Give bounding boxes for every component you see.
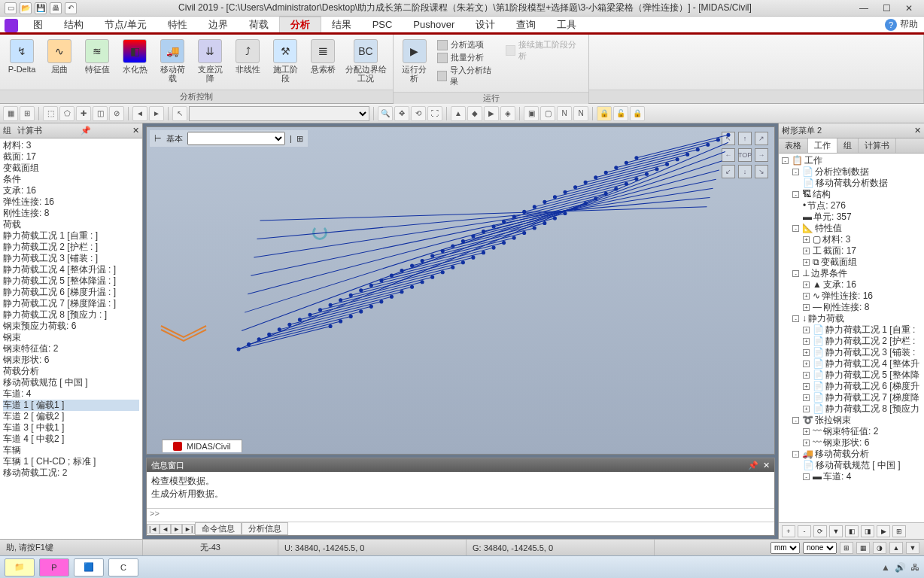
tool-lock1-icon[interactable]: 🔒 [597,106,612,121]
left-tree-item[interactable]: 静力荷载工况 6 [梯度升温 : ] [3,287,139,298]
tool-pointer-icon[interactable]: ↖ [172,106,187,121]
tool-pan-icon[interactable]: ✥ [394,106,409,121]
tool-view-side-icon[interactable]: ▶ [484,106,499,121]
left-tree-item[interactable]: 荷载 [3,219,139,230]
tool-lock2-icon[interactable]: 🔓 [613,106,628,121]
qat-new-icon[interactable]: ▭ [5,2,17,14]
tool-label-n-icon[interactable]: N [557,106,572,121]
tool-view-top-icon[interactable]: ▲ [451,106,466,121]
rtree-btn5-icon[interactable]: ◧ [845,525,859,537]
menu-load[interactable]: 荷载 [239,17,279,32]
left-tab-calc[interactable]: 计算书 [17,125,42,136]
right-tree[interactable]: -📋 工作 -📄 分析控制数据 📄 移动荷载分析数据 -🏗 结构 • 节点: 2… [779,154,924,522]
tool-select-poly-icon[interactable]: ⬠ [59,106,74,121]
ribbon-construction[interactable]: ⚒施工阶段 [268,38,302,84]
qat-undo-icon[interactable]: ↶ [65,2,77,14]
tool-rotate-icon[interactable]: ⟲ [411,106,426,121]
left-tree-item[interactable]: 钢束形状: 6 [3,354,139,366]
tool-select-icon[interactable]: ⬚ [43,106,58,121]
left-tree-item[interactable]: 静力荷载工况 3 [铺装 : ] [3,253,139,264]
right-close-icon[interactable]: ✕ [914,126,921,135]
tool-deselect-icon[interactable]: ⊘ [109,106,124,121]
tool-snap-icon[interactable]: ⊞ [20,106,35,121]
ribbon-run-analysis[interactable]: ▶运行分析 [398,38,431,84]
rtree-btn6-icon[interactable]: ◨ [861,525,874,537]
right-tab-work[interactable]: 工作 [808,138,837,153]
menu-structure[interactable]: 结构 [53,17,94,32]
left-tree-item[interactable]: 变截面组 [3,163,139,174]
tray-arrow-icon[interactable]: ▲ [881,562,890,573]
right-tab-table[interactable]: 表格 [779,138,808,153]
left-tree-item[interactable]: 刚性连接: 8 [3,208,139,219]
ribbon-nonlinear[interactable]: ⤴非线性 [230,38,265,75]
tool-grid-icon[interactable]: ▦ [3,106,18,121]
left-tree-item[interactable]: 静力荷载工况 4 [整体升温 : ] [3,264,139,275]
status-up-icon[interactable]: ▲ [889,542,903,554]
tool-select-all-icon[interactable]: ◫ [93,106,108,121]
rtree-refresh-icon[interactable]: ⟳ [813,525,827,537]
left-tree-item[interactable]: 截面: 17 [3,151,139,163]
left-tree-item[interactable]: 车辆 1 [ CH-CD ; 标准 ] [3,456,139,467]
tool-lock3-icon[interactable]: 🔒 [630,106,645,121]
ribbon-settlement[interactable]: ⇊支座沉降 [193,38,227,84]
left-tree-item[interactable]: 车辆 [3,445,139,456]
status-unit-length[interactable]: mm [771,542,800,554]
message-pin-icon[interactable]: 📌 [748,461,758,470]
msg-nav-next[interactable]: ► [171,524,182,534]
right-tab-calc[interactable]: 计算书 [859,138,896,153]
left-tree[interactable]: 材料: 3截面: 17变截面组条件支承: 16弹性连接: 16刚性连接: 8荷载… [0,138,142,539]
msg-nav-last[interactable]: ►| [182,524,195,534]
viewport-tab[interactable]: MIDAS/Civil [162,440,242,452]
msg-nav-first[interactable]: |◄ [147,524,160,534]
left-tree-item[interactable]: 静力荷载工况 7 [梯度降温 : ] [3,298,139,309]
ribbon-eigen[interactable]: ≋特征值 [80,38,114,75]
message-body[interactable]: 检查模型数据。 生成分析用数据。 [147,472,774,508]
tool-view-front-icon[interactable]: ◆ [467,106,482,121]
help-button[interactable]: ? 帮助 [879,17,924,32]
command-prompt[interactable]: >> [147,508,774,522]
rtree-btn7-icon[interactable]: ▶ [877,525,890,537]
status-down-icon[interactable]: ▼ [906,542,919,554]
tool-hide-icon[interactable]: ▢ [540,106,555,121]
left-tree-item[interactable]: 材料: 3 [3,140,139,151]
left-tree-item[interactable]: 支承: 16 [3,185,139,196]
status-btn3-icon[interactable]: ◑ [873,542,886,554]
close-button[interactable]: ✕ [900,2,918,14]
left-tree-item[interactable]: 钢束预应力荷载: 6 [3,321,139,332]
rtree-expand-icon[interactable]: + [782,525,795,537]
status-btn2-icon[interactable]: ▦ [856,542,870,554]
rtree-btn8-icon[interactable]: ⊞ [892,525,906,537]
left-pin-icon[interactable]: 📌 [81,126,91,135]
tool-zoom-icon[interactable]: 🔍 [378,106,393,121]
left-tree-item[interactable]: 静力荷载工况 8 [预应力 : ] [3,309,139,321]
qat-save-icon[interactable]: 💾 [35,2,47,14]
tool-label-e-icon[interactable]: N [573,106,588,121]
left-tree-item[interactable]: 移动荷载规范 [ 中国 ] [3,377,139,388]
left-tree-item[interactable]: 车道: 4 [3,388,139,400]
taskbar-app3-icon[interactable]: 🟦 [74,558,104,576]
message-close-icon[interactable]: ✕ [763,461,770,470]
tool-select-cross-icon[interactable]: ✚ [76,106,91,121]
tray-network-icon[interactable]: 🖧 [910,562,919,573]
tool-fit-icon[interactable]: ⛶ [427,106,442,121]
viewport-3d[interactable]: ⊢ 基本 | ⊞ ↖↑↗ ←TOP→ ↙↓↘ MIDAS/Civil [146,126,775,455]
tray-volume-icon[interactable]: 🔊 [895,562,906,573]
tool-prev-icon[interactable]: ◄ [132,106,147,121]
menu-analysis[interactable]: 分析 [279,17,321,32]
ribbon-analysis-options[interactable]: 分析选项 [437,39,497,50]
ribbon-pdelta[interactable]: ↯P-Delta [5,38,39,75]
left-tree-item[interactable]: 车道 4 [ 中载2 ] [3,434,139,445]
ribbon-import-results[interactable]: 导入分析结果 [437,65,497,87]
menu-pushover[interactable]: Pushover [403,17,465,32]
menu-boundary[interactable]: 边界 [198,17,239,32]
left-tree-item[interactable]: 荷载分析 [3,366,139,377]
left-tree-item[interactable]: 钢束特征值: 2 [3,343,139,354]
maximize-button[interactable]: ☐ [877,2,895,14]
menu-query[interactable]: 查询 [506,17,546,32]
ribbon-batch-analysis[interactable]: 批量分析 [437,52,497,63]
tool-display-icon[interactable]: ▣ [524,106,539,121]
ribbon-cable[interactable]: 𝌆悬索桥 [305,38,340,75]
tool-selection-dropdown[interactable] [189,106,369,121]
right-tab-group[interactable]: 组 [837,138,859,153]
left-tree-item[interactable]: 钢束 [3,332,139,343]
